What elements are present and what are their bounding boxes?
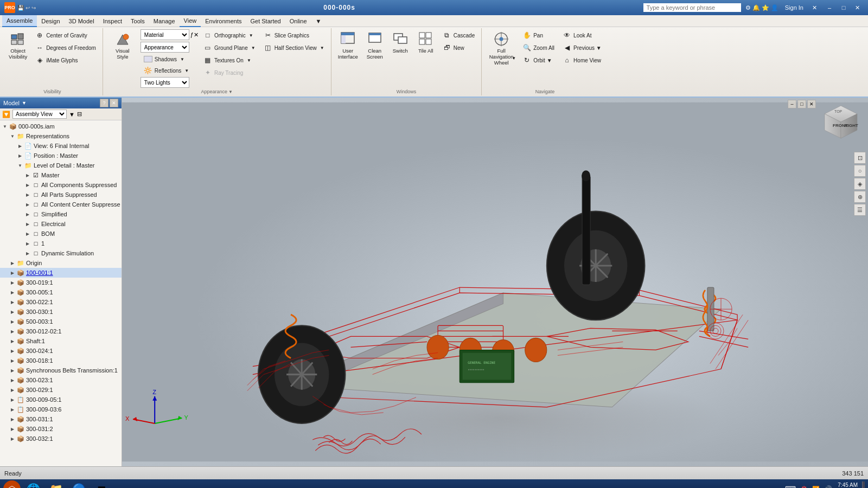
tree-item-simplified[interactable]: ▶□Simplified [0,209,122,219]
tree-item-300-031-2[interactable]: ▶📦300-031:2 [0,424,122,434]
menu-item-environments[interactable]: Environments [201,15,246,27]
tree-expander[interactable]: ▶ [24,191,31,198]
slice-graphics-button[interactable]: ✂ Slice Graphics [260,29,328,41]
appearance-select[interactable]: Appearance [141,42,189,53]
assembly-view-select[interactable]: Assembly View [12,110,67,119]
tree-item-shaft-1[interactable]: ▶📦Shaft:1 [0,336,122,346]
tree-expander[interactable]: ▶ [9,288,16,296]
viewport-max-button[interactable]: □ [797,100,806,108]
lights-select[interactable]: Two Lights [141,77,189,88]
tree-item-sync-belts[interactable]: ▶📦Synchronous Belts Transmission:1 [0,365,122,375]
tree-item-representations[interactable]: ▼📁Representations [0,131,122,141]
menu-item-online[interactable]: Online [285,15,311,27]
tree-expander[interactable]: ▶ [9,425,16,433]
search-input[interactable] [643,3,741,12]
tree-expander[interactable]: ▼ [9,132,16,140]
menu-item-inspect[interactable]: Inspect [99,15,126,27]
reflections-button[interactable]: 🔆 Reflections ▼ [141,65,192,76]
rt-btn-4[interactable]: ⊕ [854,191,866,203]
tree-item-300-030-1[interactable]: ▶📦300-030:1 [0,307,122,317]
menu-item-view[interactable]: View [180,15,201,27]
tree-item-300-024-1[interactable]: ▶📦300-024:1 [0,346,122,356]
tree-item-position[interactable]: ▶📄Position : Master [0,151,122,160]
tree-expander[interactable]: ▼ [1,123,9,130]
tile-all-button[interactable]: Tile All [414,29,438,56]
tree-expander[interactable]: ▶ [9,435,16,442]
tree-expander[interactable]: ▶ [24,171,31,179]
tree-expander[interactable]: ▶ [9,259,16,267]
object-visibility-button[interactable]: ObjectVisibility [5,29,30,62]
filter-icon[interactable]: 🔽 [2,111,10,118]
view-filter-icon[interactable]: ⊟ [77,111,82,118]
menu-item-3dmodel[interactable]: 3D Model [65,15,99,27]
tree-expander[interactable]: ▶ [24,240,31,247]
tree-expander[interactable]: ▶ [16,142,24,150]
clean-screen-button[interactable]: CleanScreen [363,29,387,62]
previous-button[interactable]: ◀ Previous ▼ [559,42,605,54]
tree-item-all-parts-sup[interactable]: ▶□All Parts Suppressed [0,190,122,200]
tree-item-300-032-1[interactable]: ▶📦300-032:1 [0,434,122,444]
menu-item-extra[interactable]: ▼ [311,15,326,27]
antivirus-icon[interactable]: ⚙ [800,484,808,489]
tree-item-300-009-03-6[interactable]: ▶📋300-009-03:6 [0,404,122,414]
tree-item-500-003-1[interactable]: ▶📦500-003:1 [0,317,122,326]
tree-expander[interactable]: ▶ [9,347,16,355]
material-select[interactable]: Material [141,29,189,40]
rt-btn-3[interactable]: ◈ [854,178,866,190]
panel-close-button[interactable]: ✕ [110,99,118,107]
home-view-button[interactable]: ⌂ Home View [559,54,605,66]
rt-btn-1[interactable]: ⊡ [854,152,866,164]
tree-expander[interactable]: ▶ [9,396,16,403]
tree-expander[interactable]: ▶ [9,376,16,384]
tree-item-300-019-1[interactable]: ▶📦300-019:1 [0,278,122,287]
tree-expander[interactable]: ▶ [9,328,16,335]
tree-expander[interactable]: ▶ [9,308,16,316]
full-nav-wheel-button[interactable]: Full NavigationWheel ▼ [485,29,518,68]
keyboard-icon[interactable]: ⌨ [785,485,796,488]
tree-expander[interactable]: ▶ [9,415,16,423]
switch-button[interactable]: Switch [388,29,412,56]
tree-item-all-content-sup[interactable]: ▶□All Content Center Suppresse [0,200,122,209]
imate-glyphs-button[interactable]: ◈ iMate Glyphs [32,54,99,66]
tree-item-view6[interactable]: ▶📄View: 6 Final Internal [0,141,122,151]
tree-expander[interactable]: ▶ [24,181,31,189]
help-icon[interactable]: ✕ [812,4,817,11]
user-interface-button[interactable]: UserInterface [335,29,361,62]
zoom-all-button[interactable]: 🔍 Zoom All [519,42,558,54]
view-options-icon[interactable]: ▼ [69,111,75,118]
tree-item-root[interactable]: ▼📦000-000s.iam [0,121,122,131]
menu-item-assemble[interactable]: Assemble [2,15,37,27]
tree-expander[interactable]: ▼ [16,162,24,169]
tree-expander[interactable]: ▶ [24,210,31,218]
orthographic-button[interactable]: □ Orthographic ▼ [200,29,259,41]
tree-expander[interactable]: ▶ [9,386,16,394]
menu-item-design[interactable]: Design [37,15,64,27]
tree-expander[interactable]: ▶ [24,220,31,228]
tree-item-300-023-1[interactable]: ▶📦300-023:1 [0,375,122,385]
show-desktop-button[interactable] [862,481,865,488]
visual-style-button[interactable]: Visual Style [106,29,139,62]
tree-expander[interactable]: ▶ [24,230,31,237]
tree-expander[interactable]: ▶ [24,201,31,208]
pan-button[interactable]: ✋ Pan [519,29,558,41]
app5-taskbar-button[interactable]: ◼ [91,481,112,488]
tree-item-bom[interactable]: ▶□BOM [0,229,122,239]
ray-tracing-button[interactable]: ✦ Ray Tracing [200,67,259,79]
minimize-button[interactable]: – [824,3,835,12]
inventor-taskbar-button[interactable]: ⬡ [3,480,21,488]
look-at-button[interactable]: 👁 Look At [559,29,605,41]
tree-expander[interactable]: ▶ [24,249,31,257]
tree-item-origin[interactable]: ▶📁Origin [0,258,122,268]
panel-help-button[interactable]: ? [100,99,108,107]
signin-label[interactable]: Sign In [785,4,803,11]
menu-item-getstarted[interactable]: Get Started [246,15,285,27]
viewport[interactable]: GENERAL ENGINE ●●●●●●●●●● [122,98,868,466]
degrees-freedom-button[interactable]: ↔ Degrees of Freedom [32,42,99,54]
close-button[interactable]: ✕ [852,3,864,12]
tree-expander[interactable]: ▶ [9,406,16,413]
menu-item-tools[interactable]: Tools [126,15,149,27]
rt-btn-5[interactable]: ☰ [854,204,866,216]
tree-item-300-029-1[interactable]: ▶📦300-029:1 [0,385,122,395]
half-section-button[interactable]: ◫ Half Section View ▼ [260,42,328,54]
tree-expander[interactable]: ▶ [16,152,24,159]
